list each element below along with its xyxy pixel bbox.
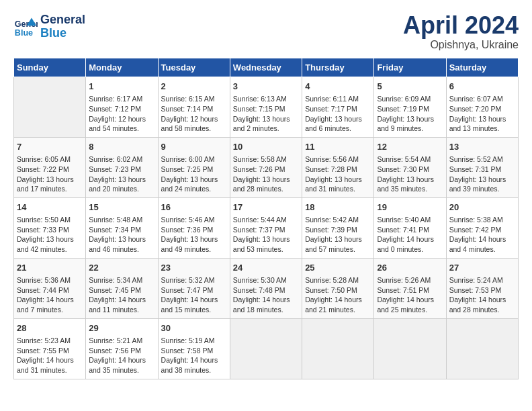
cell-content: Sunrise: 5:28 AM Sunset: 7:50 PM Dayligh… <box>305 275 371 315</box>
logo-icon: General Blue <box>13 15 38 39</box>
calendar-cell <box>14 77 86 138</box>
week-row-1: 1Sunrise: 6:17 AM Sunset: 7:12 PM Daylig… <box>14 77 519 138</box>
week-row-2: 7Sunrise: 6:05 AM Sunset: 7:22 PM Daylig… <box>14 137 519 197</box>
calendar-cell: 4Sunrise: 6:11 AM Sunset: 7:17 PM Daylig… <box>302 77 374 138</box>
logo: General Blue General Blue <box>13 13 85 40</box>
cell-content: Sunrise: 5:48 AM Sunset: 7:34 PM Dayligh… <box>89 215 154 255</box>
logo-text: General Blue <box>40 13 85 40</box>
calendar-cell: 16Sunrise: 5:46 AM Sunset: 7:36 PM Dayli… <box>158 197 230 258</box>
day-number: 2 <box>161 81 227 93</box>
header-cell-saturday: Saturday <box>446 58 518 77</box>
calendar-cell: 28Sunrise: 5:23 AM Sunset: 7:55 PM Dayli… <box>14 318 86 379</box>
day-number: 16 <box>161 201 227 214</box>
calendar-cell: 5Sunrise: 6:09 AM Sunset: 7:19 PM Daylig… <box>374 77 446 138</box>
day-number: 11 <box>305 141 371 153</box>
cell-content: Sunrise: 6:17 AM Sunset: 7:12 PM Dayligh… <box>89 94 154 134</box>
calendar-cell: 23Sunrise: 5:32 AM Sunset: 7:47 PM Dayli… <box>158 258 230 318</box>
calendar-cell <box>230 318 302 379</box>
calendar-cell <box>446 318 518 379</box>
page-header: General Blue General Blue April 2024 Opi… <box>13 13 519 51</box>
cell-content: Sunrise: 6:07 AM Sunset: 7:20 PM Dayligh… <box>449 94 515 134</box>
calendar-cell: 27Sunrise: 5:24 AM Sunset: 7:53 PM Dayli… <box>446 258 518 318</box>
cell-content: Sunrise: 5:36 AM Sunset: 7:44 PM Dayligh… <box>17 275 83 315</box>
calendar-cell: 7Sunrise: 6:05 AM Sunset: 7:22 PM Daylig… <box>14 137 86 197</box>
cell-content: Sunrise: 5:52 AM Sunset: 7:31 PM Dayligh… <box>449 154 515 194</box>
cell-content: Sunrise: 5:21 AM Sunset: 7:56 PM Dayligh… <box>89 336 154 375</box>
cell-content: Sunrise: 5:56 AM Sunset: 7:28 PM Dayligh… <box>305 154 371 194</box>
cell-content: Sunrise: 5:34 AM Sunset: 7:45 PM Dayligh… <box>89 275 154 315</box>
day-number: 12 <box>377 141 443 153</box>
cell-content: Sunrise: 5:58 AM Sunset: 7:26 PM Dayligh… <box>233 154 299 194</box>
calendar-cell: 17Sunrise: 5:44 AM Sunset: 7:37 PM Dayli… <box>230 197 302 258</box>
day-number: 26 <box>377 262 443 274</box>
header-cell-tuesday: Tuesday <box>158 58 230 77</box>
day-number: 27 <box>449 262 515 274</box>
day-number: 5 <box>377 81 443 93</box>
calendar-cell: 2Sunrise: 6:15 AM Sunset: 7:14 PM Daylig… <box>158 77 230 138</box>
week-row-5: 28Sunrise: 5:23 AM Sunset: 7:55 PM Dayli… <box>14 318 519 379</box>
cell-content: Sunrise: 5:54 AM Sunset: 7:30 PM Dayligh… <box>377 154 443 194</box>
calendar-cell: 19Sunrise: 5:40 AM Sunset: 7:41 PM Dayli… <box>374 197 446 258</box>
svg-text:Blue: Blue <box>15 28 33 37</box>
calendar-cell: 13Sunrise: 5:52 AM Sunset: 7:31 PM Dayli… <box>446 137 518 197</box>
calendar-cell <box>302 318 374 379</box>
cell-content: Sunrise: 6:05 AM Sunset: 7:22 PM Dayligh… <box>17 154 83 194</box>
cell-content: Sunrise: 6:00 AM Sunset: 7:25 PM Dayligh… <box>161 154 227 194</box>
day-number: 18 <box>305 201 371 214</box>
day-number: 6 <box>449 81 515 93</box>
day-number: 30 <box>161 322 227 334</box>
cell-content: Sunrise: 5:24 AM Sunset: 7:53 PM Dayligh… <box>449 275 515 315</box>
title-area: April 2024 Opishnya, Ukraine <box>403 13 519 51</box>
calendar-cell: 29Sunrise: 5:21 AM Sunset: 7:56 PM Dayli… <box>86 318 158 379</box>
calendar-cell: 25Sunrise: 5:28 AM Sunset: 7:50 PM Dayli… <box>302 258 374 318</box>
calendar-cell: 11Sunrise: 5:56 AM Sunset: 7:28 PM Dayli… <box>302 137 374 197</box>
cell-content: Sunrise: 5:32 AM Sunset: 7:47 PM Dayligh… <box>161 275 227 315</box>
cell-content: Sunrise: 5:42 AM Sunset: 7:39 PM Dayligh… <box>305 215 371 255</box>
day-number: 28 <box>17 322 83 334</box>
day-number: 1 <box>89 81 154 93</box>
day-number: 13 <box>449 141 515 153</box>
month-title: April 2024 <box>403 13 519 38</box>
calendar-cell: 26Sunrise: 5:26 AM Sunset: 7:51 PM Dayli… <box>374 258 446 318</box>
day-number: 7 <box>17 141 83 153</box>
cell-content: Sunrise: 5:19 AM Sunset: 7:58 PM Dayligh… <box>161 336 227 375</box>
calendar-body: 1Sunrise: 6:17 AM Sunset: 7:12 PM Daylig… <box>14 77 519 379</box>
week-row-4: 21Sunrise: 5:36 AM Sunset: 7:44 PM Dayli… <box>14 258 519 318</box>
calendar-cell: 1Sunrise: 6:17 AM Sunset: 7:12 PM Daylig… <box>86 77 158 138</box>
day-number: 19 <box>377 201 443 214</box>
cell-content: Sunrise: 5:46 AM Sunset: 7:36 PM Dayligh… <box>161 215 227 255</box>
day-number: 21 <box>17 262 83 274</box>
day-number: 14 <box>17 201 83 214</box>
day-number: 20 <box>449 201 515 214</box>
calendar-cell: 9Sunrise: 6:00 AM Sunset: 7:25 PM Daylig… <box>158 137 230 197</box>
week-row-3: 14Sunrise: 5:50 AM Sunset: 7:33 PM Dayli… <box>14 197 519 258</box>
calendar-cell: 20Sunrise: 5:38 AM Sunset: 7:42 PM Dayli… <box>446 197 518 258</box>
cell-content: Sunrise: 5:26 AM Sunset: 7:51 PM Dayligh… <box>377 275 443 315</box>
day-number: 29 <box>89 322 154 334</box>
day-number: 25 <box>305 262 371 274</box>
cell-content: Sunrise: 5:38 AM Sunset: 7:42 PM Dayligh… <box>449 215 515 255</box>
calendar-cell: 21Sunrise: 5:36 AM Sunset: 7:44 PM Dayli… <box>14 258 86 318</box>
header-cell-friday: Friday <box>374 58 446 77</box>
calendar-cell: 14Sunrise: 5:50 AM Sunset: 7:33 PM Dayli… <box>14 197 86 258</box>
day-number: 9 <box>161 141 227 153</box>
header-row: SundayMondayTuesdayWednesdayThursdayFrid… <box>14 58 519 77</box>
day-number: 24 <box>233 262 299 274</box>
header-cell-monday: Monday <box>86 58 158 77</box>
cell-content: Sunrise: 6:02 AM Sunset: 7:23 PM Dayligh… <box>89 154 154 194</box>
cell-content: Sunrise: 5:50 AM Sunset: 7:33 PM Dayligh… <box>17 215 83 255</box>
cell-content: Sunrise: 5:30 AM Sunset: 7:48 PM Dayligh… <box>233 275 299 315</box>
calendar-cell: 6Sunrise: 6:07 AM Sunset: 7:20 PM Daylig… <box>446 77 518 138</box>
cell-content: Sunrise: 5:23 AM Sunset: 7:55 PM Dayligh… <box>17 336 83 375</box>
day-number: 23 <box>161 262 227 274</box>
day-number: 22 <box>89 262 154 274</box>
cell-content: Sunrise: 6:09 AM Sunset: 7:19 PM Dayligh… <box>377 94 443 134</box>
cell-content: Sunrise: 6:13 AM Sunset: 7:15 PM Dayligh… <box>233 94 299 134</box>
calendar-cell: 15Sunrise: 5:48 AM Sunset: 7:34 PM Dayli… <box>86 197 158 258</box>
calendar-cell <box>374 318 446 379</box>
cell-content: Sunrise: 6:11 AM Sunset: 7:17 PM Dayligh… <box>305 94 371 134</box>
calendar-header: SundayMondayTuesdayWednesdayThursdayFrid… <box>14 58 519 77</box>
header-cell-thursday: Thursday <box>302 58 374 77</box>
calendar-cell: 18Sunrise: 5:42 AM Sunset: 7:39 PM Dayli… <box>302 197 374 258</box>
day-number: 4 <box>305 81 371 93</box>
